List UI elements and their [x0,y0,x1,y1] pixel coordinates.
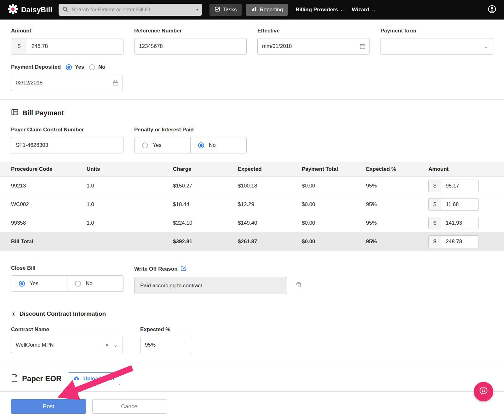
deposited-no-option[interactable]: No [89,64,106,70]
cell-expected-pct: 95% [363,177,425,195]
write-off-field: Write Off Reason Paid according to contr… [134,265,493,294]
radio-no[interactable] [198,142,204,148]
penalty-no-option[interactable]: No [190,137,246,153]
account-button[interactable] [488,5,496,15]
deposited-yes-option[interactable]: Yes [66,64,84,70]
total-amount-input[interactable] [441,236,478,248]
total-payment-total: $0.00 [299,233,363,251]
close-bill-radio-group: Yes No [11,275,123,292]
radio-yes[interactable] [142,142,148,148]
amount-input-group: $ [428,235,479,248]
daisybill-logo-icon [8,4,18,16]
cell-charge: $18.44 [170,195,235,214]
penalty-yes-label: Yes [153,142,162,148]
close-bill-yes-option[interactable]: Yes [11,276,67,291]
payment-form-select[interactable]: ⌄ [381,38,493,55]
billing-providers-label: Billing Providers [295,7,338,13]
search-input[interactable] [71,6,193,13]
line-amount-input[interactable] [441,198,478,210]
bill-payment-section: Bill Payment Payer Claim Control Number … [0,100,504,162]
radio-yes[interactable] [66,64,72,70]
total-charge: $392.81 [170,233,235,251]
search-icon [62,6,68,14]
penalty-radio-group: Yes No [134,137,247,153]
paper-eor-title: Paper EOR [22,374,61,383]
radio-no[interactable] [89,64,95,70]
col-expected-pct: Expected % [363,162,425,177]
billing-providers-menu[interactable]: Billing Providers ⌄ [295,7,344,13]
cell-payment-total: $0.00 [299,214,363,233]
close-bill-label: Close Bill [11,265,123,271]
expected-pct-label: Expected % [140,326,192,333]
penalty-field: Penalty or Interest Paid Yes No [134,127,247,153]
penalty-label: Penalty or Interest Paid [134,127,247,133]
radio-yes[interactable] [19,281,25,287]
close-bill-yes-label: Yes [30,280,38,287]
reporting-button[interactable]: Reporting [246,4,288,16]
footer-actions: Post Cancel [0,392,504,420]
payer-claim-input[interactable] [11,137,123,153]
cell-payment-total: $0.00 [299,177,363,195]
upload-eor-button[interactable]: Upload EOR [68,372,120,385]
amount-input-group: $ [428,180,479,192]
tasks-label: Tasks [223,7,237,13]
reference-number-input[interactable] [134,38,247,55]
calendar-icon[interactable] [112,80,119,86]
cell-charge: $224.10 [170,214,235,233]
cell-payment-total: $0.00 [299,195,363,214]
contract-name-select[interactable]: WellComp MPN × ⌄ [11,337,123,353]
table-row: WC002 1.0 $18.44 $12.29 $0.00 95% $ [0,195,504,214]
table-header-row: Procedure Code Units Charge Expected Pay… [0,162,504,177]
currency-prefix: $ [429,198,441,210]
bill-total-label: Bill Total [0,233,83,251]
brand-name: DaisyBill [21,6,52,14]
close-bill-section: Close Bill Yes No Write Off Reason [0,251,504,294]
table-row: 99358 1.0 $224.10 $149.40 $0.00 95% $ [0,214,504,233]
cell-expected: $12.29 [235,195,299,214]
expected-pct-input[interactable] [140,337,192,353]
bill-total-row: Bill Total $392.81 $261.87 $0.00 95% $ [0,233,504,251]
amount-input-group: $ [428,217,479,229]
write-off-reason-select[interactable]: Paid according to contract [134,277,287,294]
contract-name-label: Contract Name [11,326,123,333]
close-bill-no-option[interactable]: No [67,276,123,291]
penalty-no-label: No [209,142,216,148]
cell-expected: $149.40 [235,214,299,233]
post-button[interactable]: Post [11,399,86,414]
clear-selection-icon[interactable]: × [105,342,109,348]
cell-units: 1.0 [83,214,170,233]
discount-contract-title: Discount Contract Information [20,310,106,317]
edit-icon[interactable] [180,265,186,273]
effective-label: Effective [257,28,370,34]
currency-prefix: $ [11,38,27,54]
reporting-label: Reporting [260,7,283,13]
line-amount-input[interactable] [441,217,478,229]
reference-number-label: Reference Number [134,28,247,34]
line-amount-input[interactable] [441,180,478,192]
delete-write-off-button[interactable] [295,281,302,290]
effective-date-input[interactable] [257,38,370,55]
search-box[interactable]: ▾ [59,4,202,16]
deposit-date-input[interactable] [11,75,123,91]
ledger-icon [11,108,19,118]
cancel-button[interactable]: Cancel [92,399,167,414]
radio-no[interactable] [75,281,81,287]
tasks-button[interactable]: Tasks [209,4,242,16]
calendar-icon[interactable] [359,43,366,49]
amount-label: Amount [11,28,123,34]
deposited-yes-label: Yes [75,64,84,70]
contract-name-value: WellComp MPN [16,342,54,348]
currency-prefix: $ [429,236,441,248]
wizard-menu[interactable]: Wizard ⌄ [352,7,375,13]
brand[interactable]: DaisyBill [8,4,52,16]
amount-input[interactable] [27,38,123,54]
cell-procedure-code: WC002 [0,195,83,214]
payment-deposited-row: Payment Deposited Yes No [11,64,493,70]
search-caret-icon[interactable]: ▾ [196,8,198,12]
close-bill-field: Close Bill Yes No [11,265,123,294]
effective-field: Effective [257,28,370,55]
chat-widget-button[interactable] [474,382,493,401]
cell-procedure-code: 99358 [0,214,83,233]
penalty-yes-option[interactable]: Yes [135,137,190,153]
deposit-form: Amount $ Reference Number Effective [0,20,504,99]
